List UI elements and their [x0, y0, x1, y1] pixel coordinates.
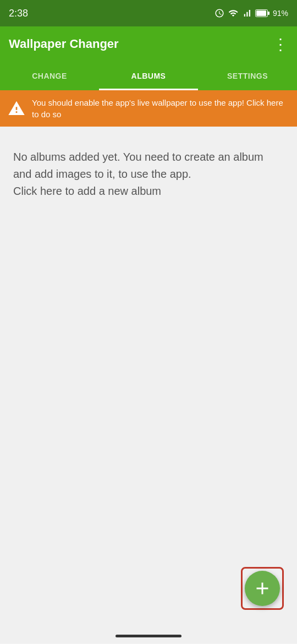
overflow-menu-button[interactable]: ⋮ — [273, 35, 288, 53]
plus-icon — [252, 578, 272, 598]
status-bar: 2:38 91% — [0, 0, 297, 26]
tab-bar: CHANGE ALBUMS SETTINGS — [0, 62, 297, 90]
alarm-icon — [215, 8, 224, 18]
app-title: Wallpaper Changer — [9, 37, 119, 51]
app-bar: Wallpaper Changer ⋮ — [0, 26, 297, 62]
svg-rect-1 — [256, 10, 266, 16]
add-album-button[interactable] — [245, 571, 280, 606]
fab-container — [241, 567, 284, 610]
svg-rect-2 — [268, 12, 270, 15]
tab-change[interactable]: CHANGE — [0, 62, 99, 90]
status-time: 2:38 — [9, 8, 28, 19]
main-content-area: No albums added yet. You need to create … — [0, 127, 297, 643]
tab-settings[interactable]: SETTINGS — [198, 62, 297, 90]
status-icons: 91% — [215, 8, 288, 18]
warning-icon — [8, 100, 25, 117]
signal-icon — [242, 8, 252, 18]
battery-icon — [255, 9, 270, 18]
home-indicator — [116, 635, 182, 637]
warning-banner[interactable]: You should enable the app's live wallpap… — [0, 90, 297, 127]
warning-text: You should enable the app's live wallpap… — [32, 97, 289, 120]
wifi-icon — [228, 8, 239, 18]
empty-state[interactable]: No albums added yet. You need to create … — [0, 127, 297, 213]
tab-albums[interactable]: ALBUMS — [99, 62, 198, 90]
battery-percentage: 91% — [273, 9, 288, 18]
fab-highlight-border — [241, 567, 284, 610]
empty-message: No albums added yet. You need to create … — [13, 149, 284, 200]
